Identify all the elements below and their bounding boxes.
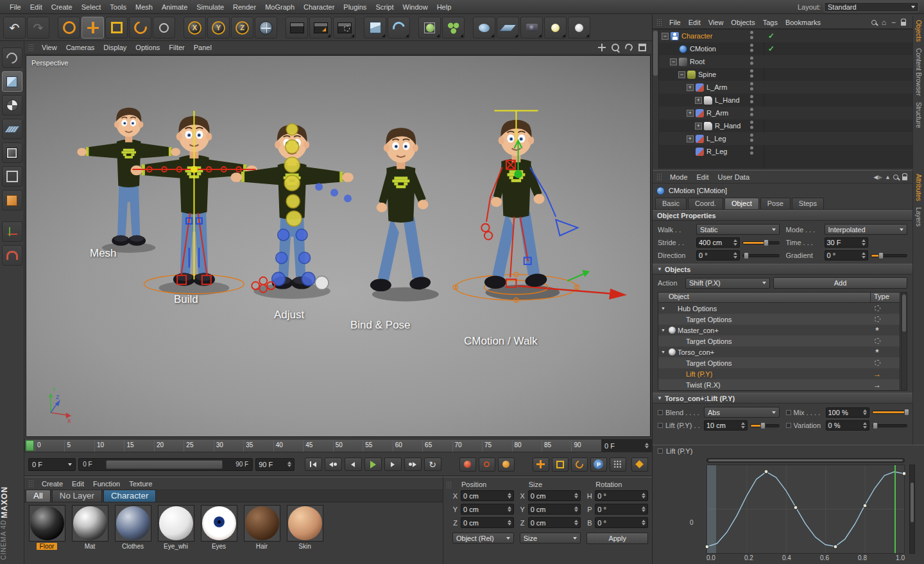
attribute-tab[interactable]: Pose <box>760 198 791 209</box>
menubar-item[interactable]: MoGraph <box>261 3 299 11</box>
redo-button[interactable] <box>27 17 49 38</box>
panel-grip[interactable] <box>656 19 663 26</box>
manager-tab[interactable]: Content Browser <box>915 48 922 96</box>
objects-section-header[interactable]: ▼ Objects <box>653 264 912 275</box>
spinner-icon[interactable] <box>642 520 646 526</box>
object-manager-menu-item[interactable]: Bookmarks <box>782 19 825 26</box>
spinner-icon[interactable] <box>508 506 511 513</box>
render-picture-viewer-button[interactable] <box>309 17 332 38</box>
menubar-item[interactable]: Animate <box>157 3 192 11</box>
attributes-menu-item[interactable]: Mode <box>665 173 692 181</box>
expander-icon[interactable]: + <box>687 110 694 117</box>
curve-current-time[interactable] <box>894 465 896 553</box>
tree-row[interactable]: + R_Hand ✓ <box>659 119 912 132</box>
primitive-cube-button[interactable] <box>364 17 386 38</box>
size-field[interactable]: 0 cm <box>528 490 581 501</box>
position-field[interactable]: 0 cm <box>461 504 514 515</box>
material-item[interactable]: Mat <box>69 505 110 550</box>
manager-tab[interactable]: Layers <box>915 207 922 226</box>
start-frame-field[interactable]: 0 F <box>28 458 76 471</box>
edges-mode-button[interactable] <box>2 166 22 187</box>
viewport-menu-item[interactable]: Options <box>131 44 164 51</box>
position-field[interactable]: 0 cm <box>461 490 514 501</box>
layer-tab[interactable]: Character <box>103 490 157 502</box>
playhead[interactable] <box>26 440 34 451</box>
range-thumb[interactable] <box>106 460 223 469</box>
position-field[interactable]: 0 cm <box>461 517 514 528</box>
search-icon[interactable] <box>893 175 898 180</box>
record-parameter-toggle[interactable]: P <box>590 457 607 472</box>
lock-icon[interactable] <box>902 176 907 180</box>
viewport-menu-item[interactable]: Display <box>99 44 131 51</box>
tree-row[interactable]: − Root ✓ <box>659 55 912 68</box>
viewport-canvas[interactable]: Y X Z MeshBuildAdjustBind & PoseCMotion … <box>26 55 651 437</box>
expander-icon[interactable]: + <box>695 123 702 130</box>
attributes-menu-item[interactable]: User Data <box>714 173 755 181</box>
record-position-toggle[interactable] <box>533 457 549 472</box>
rotation-field[interactable]: 0 ° <box>595 490 648 501</box>
menubar-item[interactable]: Mesh <box>131 3 157 11</box>
menubar-item[interactable]: Tools <box>105 3 131 11</box>
enabled-check-icon[interactable]: ✓ <box>768 31 774 40</box>
visibility-dots[interactable] <box>750 133 753 142</box>
curve-plot[interactable] <box>706 465 905 554</box>
action-dropdown[interactable]: Shift (P.X) <box>685 278 770 289</box>
keyframe-dot[interactable] <box>794 505 798 509</box>
menubar-item[interactable]: Help <box>432 3 456 11</box>
variation-field[interactable]: 0 % <box>826 420 869 431</box>
object-manager-menu-item[interactable]: Objects <box>727 19 758 26</box>
time-field[interactable]: 30 F <box>825 237 868 248</box>
stride-field[interactable]: 400 cm <box>696 237 740 248</box>
rotate-tool[interactable] <box>129 17 151 38</box>
rotation-field[interactable]: 0 ° <box>595 504 648 515</box>
live-selection-tool[interactable] <box>58 17 80 38</box>
collapse-icon[interactable]: ▼ <box>661 328 667 332</box>
manager-tab[interactable]: Structure <box>915 102 922 128</box>
material-preview[interactable] <box>244 505 280 542</box>
visibility-dots[interactable] <box>750 31 753 39</box>
object-tree-scrollbar[interactable] <box>653 30 659 169</box>
walk-dropdown[interactable]: Static <box>696 224 780 235</box>
spinner-icon[interactable] <box>574 506 578 513</box>
visibility-dots[interactable] <box>750 146 753 155</box>
expander-icon[interactable]: + <box>687 135 694 142</box>
spinner-icon[interactable] <box>642 506 646 513</box>
render-settings-button[interactable] <box>333 17 355 38</box>
manager-tab[interactable]: Attributes <box>915 174 922 201</box>
light-button[interactable] <box>544 17 567 38</box>
material-item[interactable]: Hair <box>241 505 282 550</box>
menubar-item[interactable]: Script <box>371 3 398 11</box>
tree-row[interactable]: + L_Arm ✓ <box>659 81 912 94</box>
lock-y-button[interactable]: Y <box>207 17 230 38</box>
pan-view-icon[interactable] <box>597 43 606 52</box>
object-manager-menu-item[interactable]: View <box>705 19 728 26</box>
material-menu-item[interactable]: Function <box>89 480 124 488</box>
tree-row[interactable]: − Spine ✓ <box>659 68 912 81</box>
visibility-dots[interactable] <box>750 44 753 52</box>
keyframe-dot[interactable] <box>862 503 867 508</box>
size-mode-dropdown[interactable]: Size <box>520 533 581 543</box>
apply-button[interactable]: Apply <box>586 533 648 544</box>
material-item[interactable]: Clothes <box>112 505 153 550</box>
parent-up-icon[interactable]: ▲ <box>885 174 891 180</box>
menubar-item[interactable]: Character <box>299 3 339 11</box>
subdivision-surface-button[interactable] <box>418 17 441 38</box>
previous-key-button[interactable] <box>325 457 342 471</box>
direction-field[interactable]: 0 ° <box>696 250 740 261</box>
menubar-item[interactable]: Render <box>228 3 261 11</box>
graph-zoombar[interactable] <box>706 458 905 463</box>
tree-row[interactable]: + R_Arm ✓ <box>659 107 912 119</box>
menubar-item[interactable]: Create <box>47 3 77 11</box>
visibility-dots[interactable] <box>750 82 753 90</box>
gradient-slider[interactable] <box>871 254 908 257</box>
tree-row[interactable]: + L_Hand ✓ <box>659 94 912 107</box>
cmotion-object-row[interactable]: ▼ Target Options <box>658 314 900 325</box>
lift-slider[interactable] <box>750 424 780 427</box>
rotate-view-icon[interactable] <box>624 43 633 52</box>
menubar-item[interactable]: File <box>5 3 26 11</box>
cloner-button[interactable] <box>442 17 465 38</box>
current-frame-field[interactable]: 0 F <box>601 440 651 452</box>
blend-checkbox[interactable] <box>658 410 663 415</box>
scale-tool[interactable] <box>105 17 128 38</box>
keyframe-dot[interactable] <box>705 544 710 549</box>
